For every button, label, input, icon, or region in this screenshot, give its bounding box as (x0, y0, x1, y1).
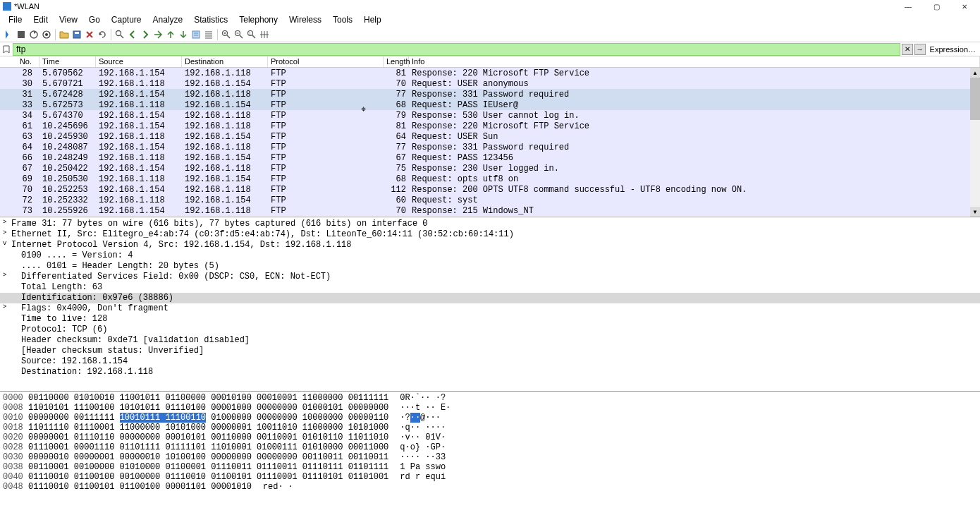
go-first-icon[interactable] (165, 29, 176, 40)
packet-list-scrollbar[interactable]: ▲ ▼ (970, 68, 980, 217)
packet-row[interactable]: 6110.245696192.168.1.154192.168.1.118FTP… (0, 121, 980, 131)
scroll-thumb[interactable] (970, 78, 980, 120)
menu-telephony[interactable]: Telephony (233, 13, 283, 26)
go-back-icon[interactable] (127, 29, 138, 40)
detail-line[interactable]: Identification: 0x97e6 (38886) (0, 293, 980, 303)
minimize-button[interactable]: — (895, 1, 921, 11)
hex-offset: 0020 (3, 433, 28, 442)
detail-line[interactable]: vInternet Protocol Version 4, Src: 192.1… (0, 240, 980, 250)
detail-line[interactable]: 0100 .... = Version: 4 (0, 250, 980, 261)
clear-filter-button[interactable]: ✕ (902, 44, 913, 55)
packet-row[interactable]: 345.674370192.168.1.154192.168.1.118FTP7… (0, 110, 980, 121)
find-icon[interactable] (114, 29, 125, 40)
hex-row[interactable]: 003000000010 00000001 00000010 10100100 … (3, 452, 977, 462)
maximize-button[interactable]: ▢ (924, 1, 949, 11)
packet-row[interactable]: 335.672573192.168.1.118192.168.1.154FTP6… (0, 99, 980, 110)
packet-row[interactable]: 7010.252253192.168.1.154192.168.1.118FTP… (0, 184, 980, 195)
tree-expander-icon[interactable]: > (3, 229, 6, 236)
col-header-length[interactable]: Length (384, 56, 409, 67)
detail-line[interactable]: [Header checksum status: Unverified] (0, 346, 980, 356)
go-forward-icon[interactable] (140, 29, 151, 40)
detail-line[interactable]: >Flags: 0x4000, Don't fragment (0, 303, 980, 314)
menu-wireless[interactable]: Wireless (283, 13, 327, 26)
col-header-protocol[interactable]: Protocol (268, 56, 384, 67)
autoscroll-icon[interactable] (190, 29, 202, 40)
packet-row[interactable]: 6410.248087192.168.1.154192.168.1.118FTP… (0, 142, 980, 152)
col-header-info[interactable]: Info (409, 56, 980, 67)
hex-row[interactable]: 004001110010 01100100 00100000 01110010 … (3, 472, 977, 482)
menu-help[interactable]: Help (358, 13, 387, 26)
col-header-destination[interactable]: Destination (182, 56, 268, 67)
packet-list-body[interactable]: 285.670562192.168.1.154192.168.1.118FTP8… (0, 68, 980, 216)
go-to-icon[interactable] (152, 29, 164, 40)
hex-row[interactable]: 000000110000 01010010 11001011 01100000 … (3, 393, 977, 403)
detail-line[interactable]: Time to live: 128 (0, 314, 980, 325)
menu-tools[interactable]: Tools (327, 13, 358, 26)
close-button[interactable]: ✕ (952, 1, 977, 11)
restart-capture-icon[interactable] (28, 29, 39, 40)
col-header-no[interactable]: No. (0, 56, 39, 67)
packet-row[interactable]: 7310.255926192.168.1.154192.168.1.118FTP… (0, 205, 980, 216)
menu-analyze[interactable]: Analyze (147, 13, 189, 26)
packet-details-pane[interactable]: >Frame 31: 77 bytes on wire (616 bits), … (0, 217, 980, 392)
col-header-source[interactable]: Source (96, 56, 182, 67)
bookmark-icon[interactable] (1, 44, 11, 54)
expression-button[interactable]: Expression… (926, 45, 980, 54)
scroll-down-icon[interactable]: ▼ (970, 207, 980, 217)
hex-row[interactable]: 003800110001 00100000 01010000 01100001 … (3, 462, 977, 472)
apply-filter-button[interactable]: → (914, 44, 926, 55)
tree-expander-icon[interactable]: > (3, 219, 6, 226)
packet-row[interactable]: 6710.250422192.168.1.154192.168.1.118FTP… (0, 163, 980, 174)
zoom-out-icon[interactable] (233, 29, 245, 40)
detail-line[interactable]: Protocol: TCP (6) (0, 325, 980, 335)
save-file-icon[interactable] (71, 29, 82, 40)
hex-row[interactable]: 001000000000 00111111 10010111 11100110 … (3, 413, 977, 423)
tree-expander-icon[interactable]: > (3, 303, 6, 310)
stop-capture-icon[interactable] (16, 29, 27, 40)
hex-row[interactable]: 004801110010 01100101 01100100 00001101 … (3, 482, 977, 492)
packet-row[interactable]: 305.670721192.168.1.118192.168.1.154FTP7… (0, 78, 980, 89)
packet-row[interactable]: 6910.250530192.168.1.118192.168.1.154FTP… (0, 174, 980, 184)
display-filter-input[interactable] (13, 43, 900, 56)
col-header-time[interactable]: Time (39, 56, 96, 67)
options-icon[interactable] (41, 29, 52, 40)
hex-row[interactable]: 001811011110 01110001 11000000 10101000 … (3, 423, 977, 433)
go-last-icon[interactable] (178, 29, 189, 40)
menu-statistics[interactable]: Statistics (188, 13, 233, 26)
scroll-up-icon[interactable]: ▲ (970, 68, 980, 78)
detail-line[interactable]: Header checksum: 0xde71 [validation disa… (0, 335, 980, 346)
hex-row[interactable]: 000811010101 11100100 10101011 01110100 … (3, 403, 977, 413)
hex-row[interactable]: 002801110001 00001110 01101111 01111101 … (3, 442, 977, 452)
packet-row[interactable]: 6610.248249192.168.1.118192.168.1.154FTP… (0, 152, 980, 163)
packet-bytes-pane[interactable]: 000000110000 01010010 11001011 01100000 … (0, 392, 980, 520)
packet-row[interactable]: 6310.245930192.168.1.118192.168.1.154FTP… (0, 131, 980, 142)
close-file-icon[interactable] (84, 29, 95, 40)
colorize-icon[interactable] (203, 29, 214, 40)
detail-line[interactable]: Source: 192.168.1.154 (0, 356, 980, 367)
detail-line[interactable]: >Differentiated Services Field: 0x00 (DS… (0, 272, 980, 282)
menu-go[interactable]: Go (83, 13, 106, 26)
detail-line[interactable]: Destination: 192.168.1.118 (0, 367, 980, 377)
open-file-icon[interactable] (59, 29, 70, 40)
zoom-reset-icon[interactable]: 1 (246, 29, 257, 40)
menu-file[interactable]: File (3, 13, 27, 26)
reload-icon[interactable] (97, 29, 108, 40)
hex-row[interactable]: 002000000001 01110110 00000000 00010101 … (3, 433, 977, 442)
packet-row[interactable]: 315.672428192.168.1.154192.168.1.118FTP7… (0, 89, 980, 99)
detail-line[interactable]: >Frame 31: 77 bytes on wire (616 bits), … (0, 219, 980, 229)
tree-expander-icon[interactable]: v (3, 240, 6, 247)
menu-view[interactable]: View (54, 13, 83, 26)
packet-row[interactable]: 285.670562192.168.1.154192.168.1.118FTP8… (0, 68, 980, 78)
detail-line[interactable]: .... 0101 = Header Length: 20 bytes (5) (0, 261, 980, 272)
detail-line[interactable]: Total Length: 63 (0, 282, 980, 293)
packet-row[interactable]: 7210.252332192.168.1.118192.168.1.154FTP… (0, 195, 980, 205)
packet-cell-no: 33 (0, 100, 39, 110)
menu-edit[interactable]: Edit (27, 13, 54, 26)
menu-capture[interactable]: Capture (106, 13, 147, 26)
zoom-in-icon[interactable] (221, 29, 232, 40)
resize-columns-icon[interactable] (259, 29, 270, 40)
scroll-track[interactable] (970, 120, 980, 207)
tree-expander-icon[interactable]: > (3, 272, 6, 279)
start-capture-icon[interactable] (3, 29, 14, 40)
detail-line[interactable]: >Ethernet II, Src: Elitegro_e4:ab:74 (c0… (0, 229, 980, 240)
